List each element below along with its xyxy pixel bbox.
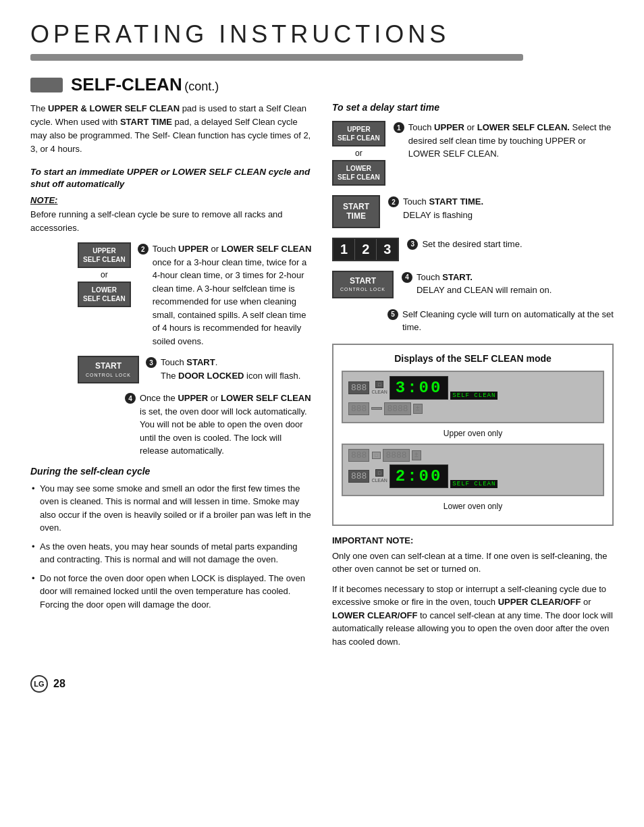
lower-self-clean-label: SELF CLEAN bbox=[450, 480, 498, 488]
delay-step-num-3: 3 bbox=[407, 239, 418, 250]
upper-seg-off-dot bbox=[371, 407, 382, 410]
lower-indicator-off: □ bbox=[371, 452, 381, 459]
lower-self-clean-btn-right: LOWERSELF CLEAN bbox=[332, 160, 385, 186]
upper-time-display: 3:00 bbox=[390, 376, 449, 400]
clean-label-lower: CLEAN bbox=[371, 478, 387, 483]
or-text-1: or bbox=[101, 270, 108, 279]
step1-buttons: UPPERSELF CLEAN or LOWERSELF CLEAN bbox=[78, 242, 131, 307]
delay-step4-content: 4 Touch START.DELAY and CLEAN will remai… bbox=[402, 271, 614, 297]
lower-disp-top-row: 888 □ 8888 ± bbox=[348, 449, 597, 462]
section-bar bbox=[30, 78, 63, 92]
num-cell-1: 1 bbox=[333, 239, 355, 260]
step-num-3: 3 bbox=[146, 357, 157, 368]
upper-self-clean-label: SELF CLEAN bbox=[450, 392, 498, 400]
section-header: SELF-CLEAN (cont.) bbox=[30, 74, 614, 95]
bullet-3: Do not force the oven door open when LOC… bbox=[30, 572, 312, 612]
important-label: IMPORTANT NOTE: bbox=[332, 535, 614, 545]
header-rule bbox=[30, 54, 523, 61]
clean-indicator-upper: □ CLEAN bbox=[371, 381, 387, 394]
step4-content: 4 Once the UPPER or LOWER SELF CLEAN is … bbox=[125, 392, 312, 458]
lower-disp-bottom-row: 888 □ CLEAN 2:00 SELF CLEAN bbox=[348, 464, 597, 488]
step-text-4: Once the UPPER or LOWER SELF CLEAN is se… bbox=[140, 392, 312, 458]
upper-seg-off-2: 8888 bbox=[384, 402, 410, 415]
start-time-button: STARTTIME bbox=[332, 195, 380, 228]
lower-seg-off-plus: ± bbox=[412, 450, 421, 460]
step1-content: 2 Touch UPPER or LOWER SELF CLEAN once f… bbox=[138, 242, 312, 348]
footer: LG 28 bbox=[30, 668, 614, 693]
bullet-1: You may see some smoke and smell an odor… bbox=[30, 482, 312, 535]
upper-self-clean-btn-right: UPPERSELF CLEAN bbox=[332, 121, 385, 146]
step-row-1: UPPERSELF CLEAN or LOWERSELF CLEAN 2 Tou… bbox=[30, 242, 312, 348]
delay-step-num-4: 4 bbox=[402, 272, 412, 283]
delay-step1-content: 1 Touch UPPER or LOWER SELF CLEAN. Selec… bbox=[394, 121, 614, 161]
num-cell-3: 3 bbox=[377, 239, 398, 260]
delay-step1-buttons: UPPERSELF CLEAN or LOWERSELF CLEAN bbox=[332, 121, 385, 186]
upper-disp-bottom-row: 888 8888 ± bbox=[348, 402, 597, 415]
important-text-1: Only one oven can self-clean at a time. … bbox=[332, 550, 614, 576]
page-number: 28 bbox=[53, 678, 65, 690]
upper-disp-top-row: 888 □ CLEAN 3:00 SELF CLEAN bbox=[348, 376, 597, 400]
col-left: The UPPER & LOWER SELF CLEAN pad is used… bbox=[30, 102, 312, 655]
upper-seg-1: 888 bbox=[348, 381, 369, 394]
important-text-2: If it becomes necessary to stop or inter… bbox=[332, 583, 614, 649]
lg-logo: LG bbox=[30, 675, 48, 693]
intro-text: The UPPER & LOWER SELF CLEAN pad is used… bbox=[30, 102, 312, 157]
step-row-4: 4 Once the UPPER or LOWER SELF CLEAN is … bbox=[30, 392, 312, 458]
lower-time-display: 2:00 bbox=[390, 464, 449, 488]
delay-step-num-5: 5 bbox=[387, 309, 398, 320]
num-display-wrapper: 1 2 3 bbox=[332, 238, 399, 261]
note-label: NOTE: bbox=[30, 195, 312, 205]
step3-content: 3 Touch START.The DOOR LOCKED icon will … bbox=[146, 356, 312, 382]
delay-step-1: UPPERSELF CLEAN or LOWERSELF CLEAN 1 Tou… bbox=[332, 121, 614, 186]
delay-step-text-2: Touch START TIME.DELAY is flashing bbox=[403, 195, 614, 221]
bullet-2: As the oven heats, you may hear sounds o… bbox=[30, 540, 312, 566]
control-lock-label: CONTROL LOCK bbox=[86, 373, 131, 378]
lower-box-off: □ bbox=[372, 452, 380, 459]
delay-start-btn-wrapper: START CONTROL LOCK bbox=[332, 271, 394, 298]
lower-oven-caption: Lower oven only bbox=[342, 502, 604, 511]
step-text-2: Touch UPPER or LOWER SELF CLEAN once for… bbox=[153, 242, 312, 348]
start-button: START CONTROL LOCK bbox=[78, 356, 139, 383]
clean-box-lower: □ bbox=[375, 469, 383, 477]
delay-heading: To set a delay start time bbox=[332, 102, 614, 113]
step-num-4: 4 bbox=[125, 393, 136, 404]
lower-seg-off-1: 888 bbox=[348, 449, 369, 462]
upper-oven-display: 888 □ CLEAN 3:00 SELF CLEAN 888 8888 ± bbox=[342, 371, 604, 423]
delay-step5-content: 5 Self Cleaning cycle will turn on autom… bbox=[387, 308, 614, 334]
delay-step-num-2: 2 bbox=[388, 196, 399, 207]
start-btn-wrapper: START CONTROL LOCK bbox=[78, 356, 139, 383]
display-section-title: Displays of the SELF CLEAN mode bbox=[342, 353, 604, 364]
delay-step-2: STARTTIME 2 Touch START TIME.DELAY is fl… bbox=[332, 195, 614, 228]
or-text-right-1: or bbox=[355, 149, 363, 158]
num-display-123: 1 2 3 bbox=[332, 238, 399, 261]
two-col-layout: The UPPER & LOWER SELF CLEAN pad is used… bbox=[30, 102, 614, 655]
display-section: Displays of the SELF CLEAN mode 888 □ CL… bbox=[332, 344, 614, 526]
delay-step-text-5: Self Cleaning cycle will turn on automat… bbox=[402, 308, 614, 334]
delay-start-button: START CONTROL LOCK bbox=[332, 271, 394, 298]
lower-self-clean-btn: LOWERSELF CLEAN bbox=[78, 282, 131, 307]
upper-seg-off-plus: ± bbox=[413, 404, 423, 414]
clean-label-upper: CLEAN bbox=[371, 390, 387, 394]
delay-control-lock-label: CONTROL LOCK bbox=[340, 287, 385, 292]
clean-box-upper: □ bbox=[375, 381, 383, 388]
col-right: To set a delay start time UPPERSELF CLEA… bbox=[332, 102, 614, 655]
delay-step-3: 1 2 3 3 Set the desired start time. bbox=[332, 238, 614, 261]
upper-oven-caption: Upper oven only bbox=[342, 429, 604, 438]
delay-step-4: START CONTROL LOCK 4 Touch START.DELAY a… bbox=[332, 271, 614, 298]
delay-step3-content: 3 Set the desired start time. bbox=[407, 238, 614, 251]
section-title: SELF-CLEAN (cont.) bbox=[71, 74, 219, 95]
upper-seg-off-1: 888 bbox=[348, 402, 369, 415]
step-num-2: 2 bbox=[138, 244, 149, 255]
delay-step-text-4: Touch START.DELAY and CLEAN will remain … bbox=[417, 271, 614, 297]
sub-heading-left: To start an immediate UPPER or LOWER SEL… bbox=[30, 166, 312, 192]
delay-step-text-3: Set the desired start time. bbox=[422, 238, 614, 251]
upper-self-clean-btn: UPPERSELF CLEAN bbox=[78, 242, 131, 268]
step-text-3: Touch START.The DOOR LOCKED icon will fl… bbox=[161, 356, 312, 382]
step-row-3: START CONTROL LOCK 3 Touch START.The DOO… bbox=[30, 356, 312, 383]
clean-indicator-lower: □ CLEAN bbox=[371, 469, 387, 483]
delay-step-5: 5 Self Cleaning cycle will turn on autom… bbox=[332, 308, 614, 334]
delay-step-num-1: 1 bbox=[394, 122, 404, 133]
during-heading: During the self-clean cycle bbox=[30, 466, 312, 477]
lower-oven-display: 888 □ 8888 ± 888 □ CLEAN 2:00 bbox=[342, 444, 604, 496]
note-text: Before running a self-clean cycle be sur… bbox=[30, 208, 312, 234]
